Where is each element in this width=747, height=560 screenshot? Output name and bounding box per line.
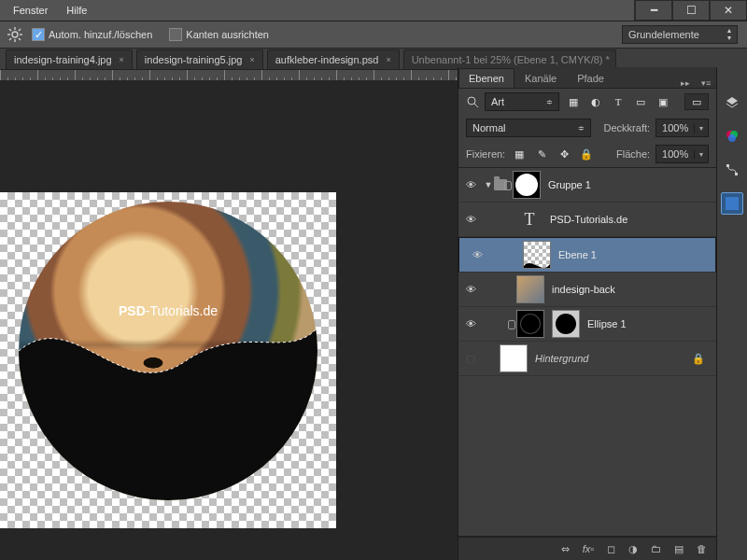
menu-bar: Fenster Hilfe ━ ☐ ✕	[0, 0, 747, 21]
collapsed-paths-icon[interactable]	[721, 159, 743, 181]
menu-hilfe[interactable]: Hilfe	[57, 5, 96, 16]
lock-all-icon[interactable]: 🔒	[578, 147, 595, 161]
close-icon[interactable]: ×	[120, 55, 124, 64]
vector-mask-thumb[interactable]	[552, 310, 580, 338]
canvas-area[interactable]: PSD-Tutorials.de	[0, 80, 458, 560]
filter-kind-select[interactable]: Art≑	[485, 92, 559, 111]
gear-icon[interactable]	[7, 27, 22, 42]
opacity-label: Deckkraft:	[604, 122, 651, 133]
layer-filter-row: Art≑ ▦ ◐ T ▭ ▣ ▭	[458, 89, 716, 115]
layer-name[interactable]: Ebene 1	[558, 249, 597, 260]
svg-point-13	[728, 134, 736, 142]
panel-collapse-icon[interactable]: ▸▸	[675, 78, 696, 88]
close-icon[interactable]: ×	[249, 55, 254, 64]
window-controls: ━ ☐ ✕	[634, 0, 747, 21]
layer-row-shape[interactable]: 👁 Ellipse 1	[458, 307, 716, 342]
svg-rect-14	[726, 164, 729, 167]
doc-tab[interactable]: indesign-training4.jpg×	[6, 49, 133, 69]
svg-line-8	[9, 38, 11, 40]
svg-point-0	[12, 32, 18, 37]
tab-ebenen[interactable]: Ebenen	[458, 68, 514, 88]
lock-label: Fixieren:	[466, 148, 505, 160]
layer-name[interactable]: Hintergrund	[535, 353, 588, 364]
new-group-icon[interactable]: 🗀	[651, 543, 661, 554]
layer-row-selected[interactable]: 👁 Ebene 1	[458, 237, 716, 273]
document-canvas[interactable]: PSD-Tutorials.de	[0, 192, 336, 528]
layer-thumb[interactable]	[516, 310, 544, 338]
filter-pixel-icon[interactable]: ▦	[565, 94, 582, 109]
type-layer-icon: T	[516, 206, 543, 232]
svg-point-9	[468, 97, 475, 105]
new-layer-icon[interactable]: ▤	[674, 543, 684, 555]
collapsed-layers-icon[interactable]	[721, 91, 743, 114]
svg-line-10	[474, 104, 478, 107]
align-edges-checkbox[interactable]: Kanten ausrichten	[169, 28, 269, 41]
right-dock: Ebenen Kanäle Pfade ▸▸ ▾≡ Art≑ ▦ ◐ T ▭ ▣…	[458, 67, 747, 560]
filter-smart-icon[interactable]: ▣	[655, 94, 671, 109]
visibility-toggle[interactable]: 👁	[458, 318, 483, 329]
filter-shape-icon[interactable]: ▭	[632, 94, 649, 109]
collapsed-channels-icon[interactable]	[721, 125, 743, 147]
layer-name[interactable]: Ellipse 1	[587, 318, 627, 329]
layer-thumb[interactable]	[500, 344, 528, 372]
menu-fenster[interactable]: Fenster	[4, 5, 57, 16]
brand-text: PSD-Tutorials.de	[119, 303, 218, 318]
visibility-toggle[interactable]: 👁	[458, 284, 483, 295]
svg-rect-16	[726, 197, 739, 210]
layer-thumb[interactable]	[516, 275, 544, 303]
window-close[interactable]: ✕	[710, 0, 747, 21]
tab-kanaele[interactable]: Kanäle	[514, 68, 567, 88]
doc-tab-active[interactable]: Unbenannt-1 bei 25% (Ebene 1, CMYK/8) *×	[403, 49, 616, 69]
fill-input[interactable]: 100%▾	[655, 145, 709, 163]
layer-name[interactable]: PSD-Tutorials.de	[550, 214, 627, 225]
panel-tab-bar: Ebenen Kanäle Pfade ▸▸ ▾≡	[458, 67, 716, 89]
layers-panel: Ebenen Kanäle Pfade ▸▸ ▾≡ Art≑ ▦ ◐ T ▭ ▣…	[458, 67, 716, 560]
doc-tab[interactable]: indesign-training5.jpg×	[136, 49, 263, 69]
layer-name[interactable]: Gruppe 1	[548, 179, 591, 190]
visibility-toggle[interactable]: 👁	[465, 249, 489, 260]
window-maximize[interactable]: ☐	[672, 0, 710, 21]
svg-line-6	[19, 38, 21, 40]
layer-row-background[interactable]: ▢ Hintergrund 🔒	[458, 342, 716, 376]
visibility-toggle[interactable]: 👁	[458, 179, 483, 190]
layer-thumb[interactable]	[523, 241, 551, 269]
workspace-select[interactable]: Grundelemente▴▾	[622, 25, 738, 44]
collapsed-color-icon[interactable]	[721, 192, 743, 215]
svg-rect-15	[735, 173, 738, 175]
link-layers-icon[interactable]: ⇔	[561, 543, 570, 555]
layer-row[interactable]: 👁 indesign-back	[458, 273, 716, 307]
disclosure-icon[interactable]: ▼	[483, 180, 494, 189]
search-icon[interactable]	[466, 95, 479, 108]
lock-fill-row: Fixieren: ▦ ✎ ✥ 🔒 Fläche: 100%▾	[458, 141, 716, 167]
panel-menu-icon[interactable]: ▾≡	[696, 78, 716, 88]
blend-mode-select[interactable]: Normal≑	[466, 119, 591, 137]
delete-layer-icon[interactable]: 🗑	[697, 543, 707, 554]
filter-type-icon[interactable]: T	[610, 94, 627, 109]
filter-adjust-icon[interactable]: ◐	[587, 94, 604, 109]
auto-add-checkbox[interactable]: ✓Autom. hinzuf./löschen	[32, 28, 152, 41]
adjustment-layer-icon[interactable]: ◑	[628, 543, 638, 555]
layers-footer: ⇔ fx▫ ◻ ◑ 🗀 ▤ 🗑	[458, 537, 716, 560]
layer-mask-thumb[interactable]	[513, 171, 541, 199]
close-icon[interactable]: ×	[386, 55, 390, 64]
filter-toggle[interactable]: ▭	[684, 93, 709, 110]
layer-row-group[interactable]: 👁 ▼ Gruppe 1	[458, 168, 716, 203]
layer-mask-icon[interactable]: ◻	[607, 543, 615, 555]
layer-row-text[interactable]: 👁 T PSD-Tutorials.de	[458, 203, 716, 237]
layers-list[interactable]: 👁 ▼ Gruppe 1 👁 T PSD-Tutorials.de 👁 Eben…	[458, 167, 716, 537]
fx-icon[interactable]: fx▫	[583, 543, 594, 554]
tab-pfade[interactable]: Pfade	[567, 68, 614, 88]
visibility-toggle[interactable]: 👁	[458, 214, 483, 225]
lock-icon[interactable]: 🔒	[688, 353, 709, 365]
window-minimize[interactable]: ━	[635, 0, 672, 21]
blend-opacity-row: Normal≑ Deckkraft: 100%▾	[458, 115, 716, 141]
lock-position-icon[interactable]: ✥	[556, 147, 572, 161]
lock-transparent-icon[interactable]: ▦	[511, 147, 528, 161]
visibility-toggle[interactable]: ▢	[458, 353, 483, 365]
artwork-wave-mask	[19, 202, 317, 500]
svg-line-7	[19, 29, 21, 31]
lock-pixels-icon[interactable]: ✎	[533, 147, 550, 161]
opacity-input[interactable]: 100%▾	[655, 119, 709, 137]
doc-tab[interactable]: aufkleber-indesign.psd×	[267, 49, 400, 69]
layer-name[interactable]: indesign-back	[552, 284, 615, 295]
